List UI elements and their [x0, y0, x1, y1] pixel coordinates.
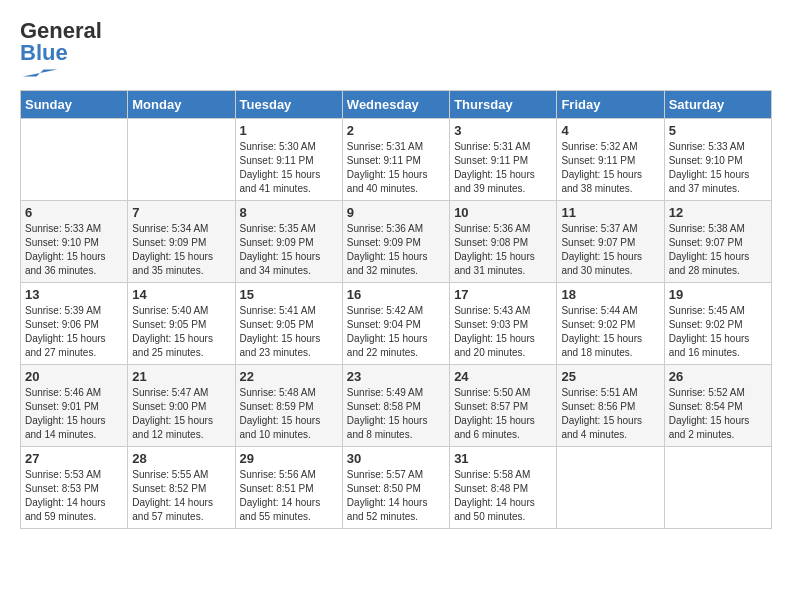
day-number: 30 [347, 451, 445, 466]
day-cell [664, 447, 771, 529]
day-number: 20 [25, 369, 123, 384]
day-number: 29 [240, 451, 338, 466]
day-cell: 21Sunrise: 5:47 AM Sunset: 9:00 PM Dayli… [128, 365, 235, 447]
day-number: 14 [132, 287, 230, 302]
day-info: Sunrise: 5:47 AM Sunset: 9:00 PM Dayligh… [132, 386, 230, 442]
day-cell: 28Sunrise: 5:55 AM Sunset: 8:52 PM Dayli… [128, 447, 235, 529]
header-cell-tuesday: Tuesday [235, 91, 342, 119]
logo: General Blue [20, 20, 102, 80]
day-cell: 31Sunrise: 5:58 AM Sunset: 8:48 PM Dayli… [450, 447, 557, 529]
day-cell: 13Sunrise: 5:39 AM Sunset: 9:06 PM Dayli… [21, 283, 128, 365]
day-cell: 8Sunrise: 5:35 AM Sunset: 9:09 PM Daylig… [235, 201, 342, 283]
day-cell: 1Sunrise: 5:30 AM Sunset: 9:11 PM Daylig… [235, 119, 342, 201]
day-number: 27 [25, 451, 123, 466]
day-cell: 27Sunrise: 5:53 AM Sunset: 8:53 PM Dayli… [21, 447, 128, 529]
day-number: 16 [347, 287, 445, 302]
day-cell: 29Sunrise: 5:56 AM Sunset: 8:51 PM Dayli… [235, 447, 342, 529]
header: General Blue [20, 20, 772, 80]
day-number: 12 [669, 205, 767, 220]
day-info: Sunrise: 5:45 AM Sunset: 9:02 PM Dayligh… [669, 304, 767, 360]
day-number: 15 [240, 287, 338, 302]
day-cell: 14Sunrise: 5:40 AM Sunset: 9:05 PM Dayli… [128, 283, 235, 365]
day-number: 3 [454, 123, 552, 138]
week-row-5: 27Sunrise: 5:53 AM Sunset: 8:53 PM Dayli… [21, 447, 772, 529]
week-row-2: 6Sunrise: 5:33 AM Sunset: 9:10 PM Daylig… [21, 201, 772, 283]
calendar-table: SundayMondayTuesdayWednesdayThursdayFrid… [20, 90, 772, 529]
day-info: Sunrise: 5:56 AM Sunset: 8:51 PM Dayligh… [240, 468, 338, 524]
day-number: 8 [240, 205, 338, 220]
day-number: 26 [669, 369, 767, 384]
day-cell: 16Sunrise: 5:42 AM Sunset: 9:04 PM Dayli… [342, 283, 449, 365]
day-cell [557, 447, 664, 529]
day-info: Sunrise: 5:52 AM Sunset: 8:54 PM Dayligh… [669, 386, 767, 442]
day-cell: 4Sunrise: 5:32 AM Sunset: 9:11 PM Daylig… [557, 119, 664, 201]
week-row-3: 13Sunrise: 5:39 AM Sunset: 9:06 PM Dayli… [21, 283, 772, 365]
svg-marker-0 [23, 70, 58, 77]
day-info: Sunrise: 5:41 AM Sunset: 9:05 PM Dayligh… [240, 304, 338, 360]
week-row-1: 1Sunrise: 5:30 AM Sunset: 9:11 PM Daylig… [21, 119, 772, 201]
day-cell: 20Sunrise: 5:46 AM Sunset: 9:01 PM Dayli… [21, 365, 128, 447]
day-number: 18 [561, 287, 659, 302]
day-info: Sunrise: 5:36 AM Sunset: 9:08 PM Dayligh… [454, 222, 552, 278]
header-cell-wednesday: Wednesday [342, 91, 449, 119]
day-cell [21, 119, 128, 201]
day-info: Sunrise: 5:55 AM Sunset: 8:52 PM Dayligh… [132, 468, 230, 524]
day-number: 10 [454, 205, 552, 220]
day-number: 19 [669, 287, 767, 302]
day-info: Sunrise: 5:57 AM Sunset: 8:50 PM Dayligh… [347, 468, 445, 524]
day-cell: 2Sunrise: 5:31 AM Sunset: 9:11 PM Daylig… [342, 119, 449, 201]
day-number: 7 [132, 205, 230, 220]
day-number: 22 [240, 369, 338, 384]
header-cell-sunday: Sunday [21, 91, 128, 119]
header-cell-friday: Friday [557, 91, 664, 119]
day-number: 21 [132, 369, 230, 384]
day-cell: 15Sunrise: 5:41 AM Sunset: 9:05 PM Dayli… [235, 283, 342, 365]
day-cell: 6Sunrise: 5:33 AM Sunset: 9:10 PM Daylig… [21, 201, 128, 283]
day-info: Sunrise: 5:34 AM Sunset: 9:09 PM Dayligh… [132, 222, 230, 278]
day-cell: 25Sunrise: 5:51 AM Sunset: 8:56 PM Dayli… [557, 365, 664, 447]
day-number: 2 [347, 123, 445, 138]
day-info: Sunrise: 5:50 AM Sunset: 8:57 PM Dayligh… [454, 386, 552, 442]
day-info: Sunrise: 5:35 AM Sunset: 9:09 PM Dayligh… [240, 222, 338, 278]
day-cell: 9Sunrise: 5:36 AM Sunset: 9:09 PM Daylig… [342, 201, 449, 283]
day-cell: 11Sunrise: 5:37 AM Sunset: 9:07 PM Dayli… [557, 201, 664, 283]
day-info: Sunrise: 5:38 AM Sunset: 9:07 PM Dayligh… [669, 222, 767, 278]
day-info: Sunrise: 5:48 AM Sunset: 8:59 PM Dayligh… [240, 386, 338, 442]
day-info: Sunrise: 5:44 AM Sunset: 9:02 PM Dayligh… [561, 304, 659, 360]
day-info: Sunrise: 5:51 AM Sunset: 8:56 PM Dayligh… [561, 386, 659, 442]
day-cell: 12Sunrise: 5:38 AM Sunset: 9:07 PM Dayli… [664, 201, 771, 283]
day-info: Sunrise: 5:30 AM Sunset: 9:11 PM Dayligh… [240, 140, 338, 196]
day-info: Sunrise: 5:33 AM Sunset: 9:10 PM Dayligh… [25, 222, 123, 278]
header-row: SundayMondayTuesdayWednesdayThursdayFrid… [21, 91, 772, 119]
day-number: 11 [561, 205, 659, 220]
day-info: Sunrise: 5:37 AM Sunset: 9:07 PM Dayligh… [561, 222, 659, 278]
logo-blue: Blue [20, 40, 68, 65]
day-cell: 30Sunrise: 5:57 AM Sunset: 8:50 PM Dayli… [342, 447, 449, 529]
day-cell: 3Sunrise: 5:31 AM Sunset: 9:11 PM Daylig… [450, 119, 557, 201]
logo-text: General Blue [20, 20, 102, 64]
day-cell: 26Sunrise: 5:52 AM Sunset: 8:54 PM Dayli… [664, 365, 771, 447]
day-cell: 18Sunrise: 5:44 AM Sunset: 9:02 PM Dayli… [557, 283, 664, 365]
day-info: Sunrise: 5:49 AM Sunset: 8:58 PM Dayligh… [347, 386, 445, 442]
day-info: Sunrise: 5:40 AM Sunset: 9:05 PM Dayligh… [132, 304, 230, 360]
header-cell-thursday: Thursday [450, 91, 557, 119]
day-info: Sunrise: 5:36 AM Sunset: 9:09 PM Dayligh… [347, 222, 445, 278]
week-row-4: 20Sunrise: 5:46 AM Sunset: 9:01 PM Dayli… [21, 365, 772, 447]
day-info: Sunrise: 5:33 AM Sunset: 9:10 PM Dayligh… [669, 140, 767, 196]
day-number: 31 [454, 451, 552, 466]
day-cell: 23Sunrise: 5:49 AM Sunset: 8:58 PM Dayli… [342, 365, 449, 447]
day-number: 1 [240, 123, 338, 138]
day-cell: 22Sunrise: 5:48 AM Sunset: 8:59 PM Dayli… [235, 365, 342, 447]
header-cell-monday: Monday [128, 91, 235, 119]
day-cell: 17Sunrise: 5:43 AM Sunset: 9:03 PM Dayli… [450, 283, 557, 365]
day-info: Sunrise: 5:43 AM Sunset: 9:03 PM Dayligh… [454, 304, 552, 360]
day-number: 6 [25, 205, 123, 220]
day-number: 28 [132, 451, 230, 466]
day-cell: 7Sunrise: 5:34 AM Sunset: 9:09 PM Daylig… [128, 201, 235, 283]
day-number: 17 [454, 287, 552, 302]
calendar-body: 1Sunrise: 5:30 AM Sunset: 9:11 PM Daylig… [21, 119, 772, 529]
day-info: Sunrise: 5:39 AM Sunset: 9:06 PM Dayligh… [25, 304, 123, 360]
day-info: Sunrise: 5:42 AM Sunset: 9:04 PM Dayligh… [347, 304, 445, 360]
day-cell: 10Sunrise: 5:36 AM Sunset: 9:08 PM Dayli… [450, 201, 557, 283]
day-info: Sunrise: 5:46 AM Sunset: 9:01 PM Dayligh… [25, 386, 123, 442]
